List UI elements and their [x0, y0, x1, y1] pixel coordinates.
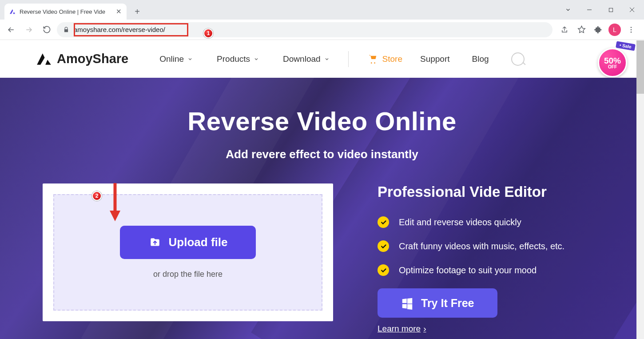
page-title: Reverse Video Online	[0, 106, 644, 136]
close-window-button[interactable]	[622, 3, 642, 16]
upload-dropzone[interactable]: Upload file or drop the file here	[53, 194, 322, 311]
chevron-down-icon	[187, 56, 193, 62]
check-icon	[378, 264, 389, 276]
editor-column: Professional Vide Editor Edit and revers…	[378, 183, 601, 334]
nav-blog[interactable]: Blog	[472, 54, 489, 64]
close-icon[interactable]: ✕	[115, 8, 122, 15]
chevron-down-icon[interactable]	[558, 3, 578, 16]
lock-icon	[63, 27, 69, 33]
search-icon[interactable]	[511, 52, 525, 66]
menu-icon[interactable]	[624, 23, 638, 36]
maximize-button[interactable]	[600, 3, 621, 16]
svg-point-6	[631, 31, 632, 32]
back-button[interactable]	[4, 22, 19, 37]
minimize-button[interactable]	[579, 3, 600, 16]
nav-products[interactable]: Products	[217, 54, 259, 64]
annotation-badge-1: 1	[203, 28, 213, 38]
svg-point-5	[631, 29, 632, 30]
nav-divider	[348, 51, 349, 67]
new-tab-button[interactable]: +	[131, 5, 143, 18]
site-logo[interactable]: AmoyShare	[36, 51, 128, 68]
svg-marker-8	[110, 211, 120, 221]
feature-item: Optimize footage to suit your mood	[378, 264, 601, 276]
share-icon[interactable]	[558, 23, 571, 36]
check-icon	[378, 240, 389, 252]
upload-card: Upload file or drop the file here	[43, 183, 333, 321]
svg-point-4	[631, 27, 632, 28]
chevron-down-icon	[324, 56, 330, 62]
check-icon	[378, 216, 389, 228]
annotation-badge-2: 2	[92, 191, 102, 201]
address-bar: amoyshare.com/reverse-video/ L	[0, 20, 644, 40]
annotation-arrow-icon	[108, 181, 122, 222]
learn-more-link[interactable]: Learn more ›	[378, 324, 426, 334]
browser-tab[interactable]: Reverse Video Online | Free Vide ✕	[4, 4, 127, 20]
favicon-icon	[9, 8, 16, 15]
profile-avatar[interactable]: L	[608, 24, 621, 36]
cart-icon	[367, 54, 378, 64]
sale-circle: 50% OFF	[598, 48, 627, 77]
feature-item: Craft funny videos with music, effects, …	[378, 240, 601, 252]
windows-icon	[401, 296, 414, 310]
forward-button[interactable]	[21, 22, 36, 37]
upload-icon	[148, 237, 162, 248]
site-nav: AmoyShare Online Products Download Store…	[0, 40, 644, 78]
nav-store[interactable]: Store	[367, 54, 402, 64]
hero: Reverse Video Online Add revere effect t…	[0, 78, 644, 339]
tab-strip: Reverse Video Online | Free Vide ✕ +	[0, 0, 644, 20]
chevron-down-icon	[254, 56, 259, 62]
logo-text: AmoyShare	[57, 52, 128, 66]
logo-icon	[36, 51, 52, 68]
upload-button[interactable]: Upload file	[120, 226, 256, 259]
nav-support[interactable]: Support	[420, 54, 450, 64]
chevron-right-icon: ›	[423, 324, 426, 334]
page-subtitle: Add revere effect to video instantly	[0, 148, 644, 161]
try-free-button[interactable]: Try It Free	[378, 288, 497, 318]
url-text: amoyshare.com/reverse-video/	[74, 26, 165, 33]
editor-title: Professional Vide Editor	[378, 183, 601, 200]
star-icon[interactable]	[575, 23, 588, 36]
feature-item: Edit and reverse videos quickly	[378, 216, 601, 228]
sale-badge[interactable]: • Sale 50% OFF	[598, 44, 632, 78]
upload-hint: or drop the file here	[153, 270, 223, 279]
tab-title: Reverse Video Online | Free Vide	[20, 8, 111, 15]
url-input[interactable]: amoyshare.com/reverse-video/	[57, 22, 553, 37]
nav-download[interactable]: Download	[283, 54, 330, 64]
extensions-icon[interactable]	[592, 23, 605, 36]
reload-button[interactable]	[39, 22, 54, 37]
nav-online[interactable]: Online	[159, 54, 193, 64]
svg-rect-1	[609, 8, 612, 12]
